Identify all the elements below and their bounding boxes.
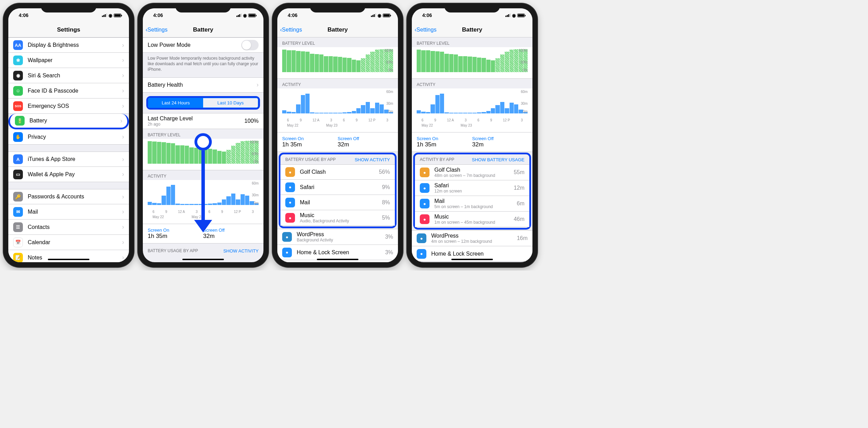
row-notes[interactable]: 📝Notes› — [8, 250, 129, 262]
row-display-brightness[interactable]: AADisplay & Brightness› — [8, 37, 129, 53]
chevron-icon: › — [122, 208, 124, 215]
back-button[interactable]: ‹Settings — [146, 27, 167, 33]
back-button[interactable]: ‹Settings — [280, 27, 302, 33]
app-usage-row[interactable]: ●Music1m on screen – 45m background46m — [415, 212, 529, 227]
app-usage-row[interactable]: ●Mail8% — [280, 195, 395, 210]
show-battery-usage-button[interactable]: SHOW BATTERY USAGE — [472, 157, 524, 162]
app-icon: ● — [420, 183, 429, 193]
app-usage-row[interactable]: ●Citi Mobile3% — [277, 260, 398, 262]
chevron-icon: › — [122, 223, 124, 231]
wifi-icon: ◉ — [243, 13, 247, 18]
back-button[interactable]: ‹Settings — [415, 27, 436, 33]
row-battery[interactable]: 🔋Battery› — [8, 114, 129, 129]
app-usage-row[interactable]: ●WordPressBackground Activity3% — [277, 229, 398, 245]
battery-content[interactable]: BATTERY LEVEL 100% 50% 0% ACTIVITY 60m 3… — [412, 37, 532, 262]
row-sos[interactable]: SOSEmergency SOS› — [8, 99, 129, 114]
home-indicator[interactable] — [182, 259, 224, 260]
home-indicator[interactable] — [451, 259, 493, 260]
chevron-icon: › — [122, 42, 124, 49]
chevron-icon: › — [257, 81, 259, 88]
nav-bar: Settings — [8, 22, 129, 37]
app-icon: ● — [282, 248, 292, 257]
nav-bar: ‹Settings Battery — [412, 22, 532, 37]
app-usage-row[interactable]: ●Home & Lock Screen3% — [277, 245, 398, 260]
app-icon: ● — [282, 232, 292, 242]
battery-icon — [517, 14, 525, 17]
app-usage-row[interactable]: ●Safari12m on screen12m — [415, 180, 529, 196]
row-contacts[interactable]: ☰Contacts› — [8, 220, 129, 235]
status-bar: 4:06 ◉ — [277, 8, 398, 22]
row-last-charge: Last Charge Level 2h ago 100% — [143, 113, 263, 129]
battery-content[interactable]: BATTERY LEVEL 100% 50% 0% ACTIVITY 60m 3… — [277, 37, 398, 262]
app-icon: ● — [285, 213, 295, 223]
seg-10d[interactable]: Last 10 Days — [203, 98, 258, 108]
app-icon: ● — [420, 214, 429, 224]
time-range-selector[interactable]: Last 24 Hours Last 10 Days — [148, 98, 258, 108]
row-passwords[interactable]: 🔑Passwords & Accounts› — [8, 189, 129, 204]
row-itunes[interactable]: AiTunes & App Store› — [8, 152, 129, 167]
chevron-icon: › — [122, 193, 124, 200]
chevron-icon: › — [122, 156, 124, 163]
status-bar: 4:06 ◉ — [412, 8, 532, 22]
page-title: Battery — [462, 26, 483, 33]
row-wallet[interactable]: ▭Wallet & Apple Pay› — [8, 167, 129, 182]
wifi-icon: ◉ — [108, 13, 112, 18]
row-siri[interactable]: ◉Siri & Search› — [8, 68, 129, 83]
nav-bar: ‹Settings Battery — [143, 22, 263, 37]
lpm-help-text: Low Power Mode temporarily reduces backg… — [143, 53, 263, 77]
chevron-icon: › — [122, 72, 124, 79]
chevron-icon: › — [122, 239, 124, 246]
show-activity-button[interactable]: SHOW ACTIVITY — [223, 248, 259, 254]
activity-chart[interactable]: 60m 30m 0m — [417, 91, 528, 118]
page-title: Battery — [193, 26, 214, 33]
app-icon: ● — [285, 198, 295, 207]
activity-chart[interactable]: 60m 30m 0m — [282, 91, 393, 118]
status-bar: 4:06 ◉ — [143, 8, 263, 22]
page-title: Battery — [328, 26, 348, 33]
battery-icon — [114, 14, 121, 17]
show-activity-button[interactable]: SHOW ACTIVITY — [355, 157, 390, 162]
chevron-icon: › — [122, 102, 124, 110]
row-calendar[interactable]: 📅Calendar› — [8, 235, 129, 250]
battery-icon — [248, 14, 256, 17]
status-time: 4:06 — [19, 12, 28, 18]
app-icon: ● — [420, 168, 429, 177]
row-wallpaper[interactable]: ❀Wallpaper› — [8, 53, 129, 68]
toggle-lpm[interactable] — [241, 40, 259, 50]
battery-level-chart[interactable]: 100% 50% 0% — [417, 49, 528, 77]
row-battery-health[interactable]: Battery Health › — [143, 77, 263, 93]
settings-list[interactable]: AADisplay & Brightness› ❀Wallpaper› ◉Sir… — [8, 37, 129, 262]
app-usage-row[interactable]: ●Safari9% — [280, 180, 395, 195]
chevron-icon: › — [122, 133, 124, 140]
phone-frame-2: 4:06 ◉ ‹Settings Battery Low Power Mode … — [138, 3, 268, 267]
signal-icon — [102, 14, 107, 17]
home-indicator[interactable] — [317, 259, 358, 260]
chevron-icon: › — [120, 117, 122, 125]
row-low-power[interactable]: Low Power Mode — [143, 37, 263, 53]
chevron-icon: › — [122, 87, 124, 94]
app-usage-row[interactable]: ●Golf Clash48m on screen – 7m background… — [415, 164, 529, 180]
wifi-icon: ◉ — [512, 13, 516, 18]
app-usage-row[interactable]: ●MusicAudio, Background Activity5% — [280, 210, 395, 226]
signal-icon — [371, 14, 376, 17]
highlight-activity-section: ACTIVITY BY APP SHOW BATTERY USAGE ●Golf… — [413, 153, 531, 230]
signal-icon — [505, 14, 511, 17]
row-mail[interactable]: ✉Mail› — [8, 204, 129, 220]
signal-icon — [236, 14, 242, 17]
home-indicator[interactable] — [48, 259, 89, 260]
app-usage-row[interactable]: ●Mail5m on screen – 1m background6m — [415, 196, 529, 212]
app-usage-row[interactable]: ●Golf Clash56% — [280, 164, 395, 180]
page-title: Settings — [57, 26, 80, 33]
wifi-icon: ◉ — [377, 13, 381, 18]
highlight-usage-section: BATTERY USAGE BY APP SHOW ACTIVITY ●Golf… — [279, 153, 397, 228]
seg-24h[interactable]: Last 24 Hours — [148, 98, 203, 108]
battery-level-chart[interactable]: 100% 50% 0% — [282, 49, 393, 77]
row-faceid[interactable]: ☺Face ID & Passcode› — [8, 83, 129, 99]
phone-frame-3: 4:06 ◉ ‹Settings Battery BATTERY LEVEL 1… — [272, 3, 403, 267]
chevron-icon: › — [122, 254, 124, 261]
section-usage-by-app: BATTERY USAGE BY APP SHOW ACTIVITY — [143, 243, 263, 256]
row-privacy[interactable]: ✋Privacy› — [8, 129, 129, 145]
app-icon: ● — [285, 182, 295, 192]
screen-time-stats: Screen On1h 35m Screen Off32m — [277, 132, 398, 152]
app-usage-row[interactable]: ●WordPress4m on screen – 12m background1… — [412, 230, 532, 246]
